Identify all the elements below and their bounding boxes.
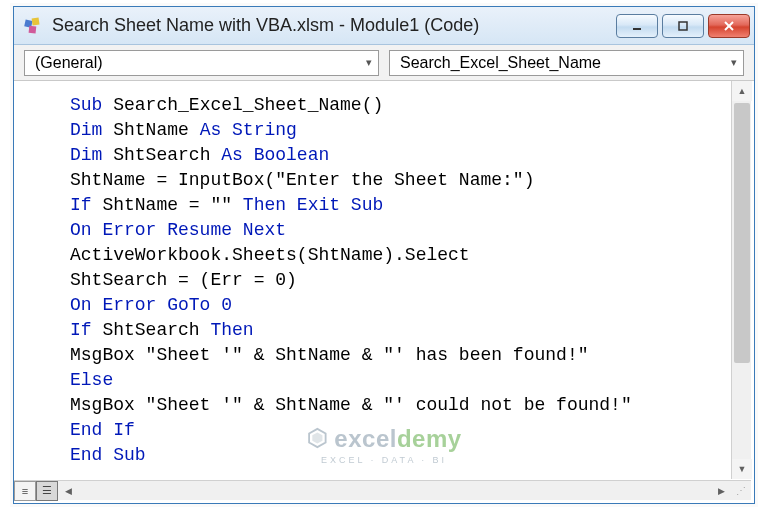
svg-rect-4 <box>679 22 687 30</box>
window-title: Search Sheet Name with VBA.xlsm - Module… <box>52 15 616 36</box>
procedure-view-button[interactable]: ≡ <box>14 481 36 501</box>
resize-grip-icon: ⋰ <box>731 481 751 501</box>
scroll-track[interactable] <box>78 481 711 501</box>
object-dropdown[interactable]: (General) ▾ <box>24 50 379 76</box>
object-dropdown-value: (General) <box>35 54 103 72</box>
chevron-down-icon: ▾ <box>731 56 737 69</box>
procedure-dropdown-value: Search_Excel_Sheet_Name <box>400 54 601 72</box>
close-button[interactable] <box>708 14 750 38</box>
scroll-left-button[interactable]: ◀ <box>58 481 78 501</box>
view-toggle: ≡ ☰ <box>14 481 58 501</box>
vba-code-window: Search Sheet Name with VBA.xlsm - Module… <box>13 6 755 504</box>
full-module-view-button[interactable]: ☰ <box>36 481 58 501</box>
titlebar: Search Sheet Name with VBA.xlsm - Module… <box>14 7 754 45</box>
scroll-up-button[interactable]: ▲ <box>732 81 752 101</box>
dropdown-bar: (General) ▾ Search_Excel_Sheet_Name ▾ <box>14 45 754 81</box>
chevron-down-icon: ▾ <box>366 56 372 69</box>
window-controls <box>616 14 750 38</box>
scroll-down-button[interactable]: ▼ <box>732 459 752 479</box>
scroll-thumb[interactable] <box>734 103 750 363</box>
svg-rect-2 <box>29 25 37 33</box>
maximize-button[interactable] <box>662 14 704 38</box>
svg-rect-1 <box>32 17 40 25</box>
code-area: Sub Search_Excel_Sheet_Name() Dim ShtNam… <box>14 81 754 503</box>
minimize-button[interactable] <box>616 14 658 38</box>
code-editor[interactable]: Sub Search_Excel_Sheet_Name() Dim ShtNam… <box>14 81 730 479</box>
procedure-dropdown[interactable]: Search_Excel_Sheet_Name ▾ <box>389 50 744 76</box>
horizontal-scrollbar: ≡ ☰ ◀ ▶ ⋰ <box>14 480 751 500</box>
vertical-scrollbar[interactable]: ▲ ▼ <box>731 81 751 479</box>
app-icon <box>22 15 44 37</box>
scroll-right-button[interactable]: ▶ <box>711 481 731 501</box>
